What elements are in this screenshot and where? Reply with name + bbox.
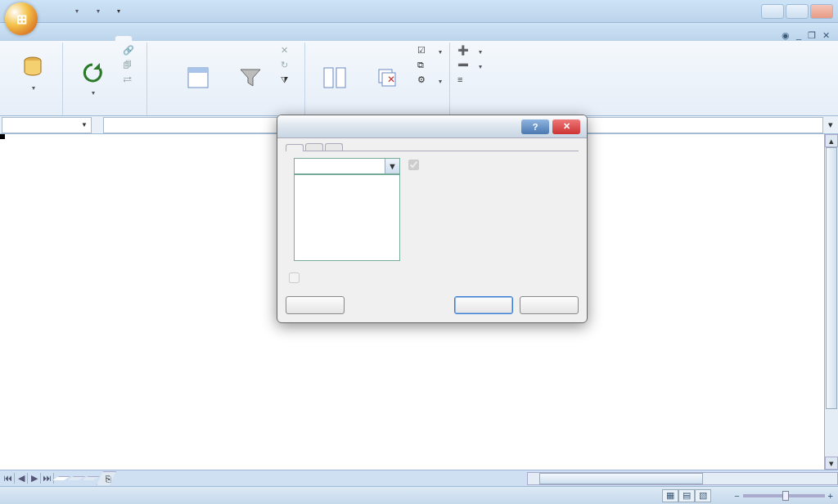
text-to-columns-button[interactable] — [310, 44, 359, 112]
qat-save-button[interactable] — [46, 2, 64, 20]
edit-links-icon: ⮂ — [123, 74, 136, 88]
sort-button[interactable] — [173, 44, 223, 112]
tab-formulas[interactable] — [97, 36, 113, 41]
qat-redo-button[interactable] — [88, 2, 106, 20]
tab-insert[interactable] — [61, 36, 77, 41]
vertical-scrollbar[interactable]: ▴ ▾ — [824, 134, 838, 470]
scroll-thumb[interactable] — [826, 147, 837, 409]
dialog-help-button[interactable]: ? — [521, 119, 549, 134]
clear-filter-button[interactable]: ✕ — [278, 44, 300, 59]
qat-undo-button[interactable] — [67, 2, 85, 20]
tab-view[interactable] — [152, 36, 169, 41]
dialog-titlebar[interactable]: ? ✕ — [277, 115, 587, 138]
zoom-in-button[interactable]: + — [828, 491, 833, 501]
ignore-blank-input[interactable] — [408, 160, 419, 170]
sort-az-icon — [155, 63, 168, 76]
ungroup-button[interactable]: ➖ — [455, 59, 484, 74]
workbook-close-button[interactable]: ✕ — [822, 30, 830, 41]
tab-developer[interactable] — [170, 36, 187, 41]
sheet-tab-new[interactable]: ⎘ — [97, 471, 116, 485]
sort-icon — [185, 65, 211, 91]
tab-home[interactable] — [43, 36, 59, 41]
workbook-minimize-button[interactable]: _ — [796, 30, 801, 41]
window-close-button[interactable] — [810, 4, 833, 19]
what-if-button[interactable]: ⚙ — [415, 74, 444, 88]
apply-changes-input[interactable] — [289, 272, 300, 283]
subtotal-button[interactable]: ≡ — [455, 74, 484, 88]
sheet-tab-2[interactable] — [67, 476, 85, 480]
group-label — [8, 102, 57, 114]
consolidate-button[interactable]: ⧉ — [415, 59, 444, 74]
view-page-layout-button[interactable]: ▤ — [678, 489, 695, 502]
sort-za-icon — [155, 81, 168, 94]
subtotal-icon: ≡ — [457, 74, 471, 88]
group-connections-label — [68, 112, 142, 114]
reapply-icon: ↻ — [281, 60, 294, 73]
zoom-out-button[interactable]: − — [734, 491, 739, 501]
sheet-nav-prev[interactable]: ◀ — [15, 473, 28, 484]
help-icon[interactable]: ◉ — [782, 30, 790, 41]
svg-rect-3 — [324, 68, 333, 88]
group-outline-label — [455, 112, 484, 114]
workbook-restore-button[interactable]: ❐ — [808, 30, 816, 41]
sort-ascending-button[interactable] — [152, 62, 170, 77]
apply-changes-checkbox[interactable] — [289, 272, 579, 283]
connections-icon: 🔗 — [123, 45, 136, 58]
window-maximize-button[interactable] — [786, 4, 809, 19]
clear-all-button[interactable] — [286, 296, 345, 314]
data-validation-button[interactable]: ☑ — [415, 44, 444, 59]
dialog-tab-error-alert[interactable] — [325, 143, 343, 151]
get-external-data-button[interactable] — [8, 44, 57, 102]
filter-button[interactable] — [226, 44, 275, 112]
text-to-columns-icon — [322, 65, 348, 91]
view-normal-button[interactable]: ▦ — [662, 489, 678, 502]
tab-review[interactable] — [134, 36, 151, 41]
ribbon: 🔗 🗐 ⮂ ✕ ↻ ⧩ — [0, 41, 838, 116]
selection-indicator — [0, 134, 5, 139]
cancel-button[interactable] — [520, 296, 579, 314]
connections-button[interactable]: 🔗 — [120, 44, 142, 59]
group-sort-filter-label — [152, 112, 300, 114]
qat-customize-button[interactable]: ▾ — [110, 2, 128, 20]
name-box[interactable]: ▼ — [2, 117, 92, 133]
quick-access-toolbar: ▾ — [46, 2, 128, 20]
office-button[interactable]: ⊞ — [5, 2, 38, 35]
tab-page-layout[interactable] — [79, 36, 95, 41]
advanced-filter-button[interactable]: ⧩ — [278, 74, 300, 88]
ok-button[interactable] — [454, 296, 513, 314]
tab-data[interactable] — [115, 35, 133, 41]
zoom-knob[interactable] — [782, 491, 789, 501]
group-button[interactable]: ➕ — [455, 44, 484, 59]
scroll-up-button[interactable]: ▴ — [825, 134, 838, 147]
properties-button[interactable]: 🗐 — [120, 59, 142, 74]
sheet-tab-3[interactable] — [82, 476, 100, 480]
advanced-icon: ⧩ — [281, 74, 294, 88]
sheet-tab-bar: ⏮ ◀ ▶ ⏭ ⎘ — [0, 470, 838, 486]
allow-dropdown-list[interactable] — [294, 174, 400, 261]
remove-duplicates-button[interactable]: ✕ — [363, 44, 412, 112]
dialog-close-button[interactable]: ✕ — [552, 119, 580, 134]
zoom-slider[interactable] — [743, 494, 825, 497]
sheet-nav-first[interactable]: ⏮ — [2, 473, 15, 484]
group-data-tools-label — [310, 112, 444, 114]
horizontal-scrollbar[interactable] — [527, 472, 838, 485]
scroll-down-button[interactable]: ▾ — [825, 457, 838, 470]
view-page-break-button[interactable]: ▧ — [695, 489, 711, 502]
database-icon — [20, 55, 46, 81]
dialog-tab-settings[interactable] — [286, 144, 304, 151]
ungroup-icon: ➖ — [457, 60, 471, 73]
dialog-tab-input-message[interactable] — [305, 143, 323, 151]
edit-links-button[interactable]: ⮂ — [120, 74, 142, 88]
allow-combobox[interactable]: ▼ — [294, 158, 400, 174]
window-minimize-button[interactable] — [761, 4, 784, 19]
ignore-blank-checkbox[interactable] — [408, 160, 423, 170]
sort-descending-button[interactable] — [152, 80, 170, 95]
hscroll-thumb[interactable] — [539, 473, 703, 484]
dropdown-icon: ▼ — [385, 159, 399, 173]
what-if-icon: ⚙ — [417, 74, 430, 88]
sheet-nav-last[interactable]: ⏭ — [41, 473, 54, 484]
reapply-filter-button[interactable]: ↻ — [278, 59, 300, 74]
formula-expand-button[interactable]: ▾ — [823, 119, 838, 130]
sheet-nav-next[interactable]: ▶ — [28, 473, 41, 484]
refresh-all-button[interactable] — [68, 44, 117, 112]
